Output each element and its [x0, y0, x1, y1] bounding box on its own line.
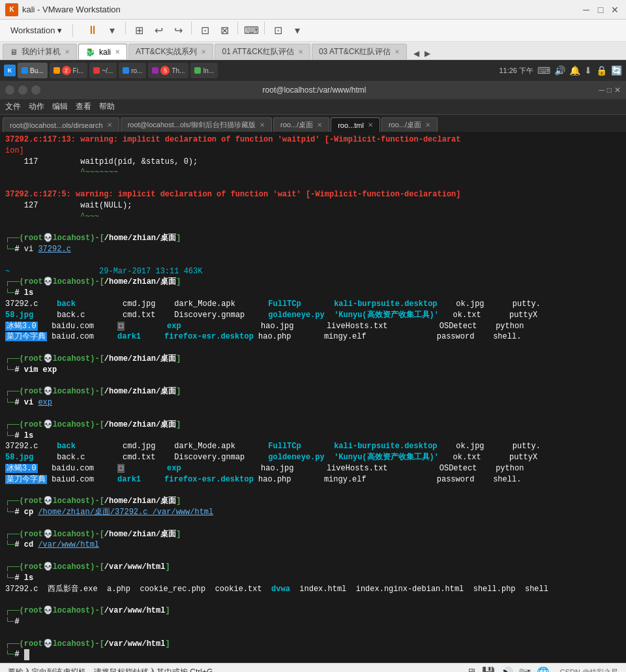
file-date: ~ 29-Mar-2017 13:11 463K	[5, 266, 621, 277]
fullscreen-button[interactable]: ⊡	[196, 22, 214, 40]
browser-tab-th[interactable]: 5 Th...	[148, 63, 188, 78]
files-row-2a: 58.jpg back.c cmd.txt Discovery.gnmap go…	[5, 310, 621, 321]
blank-7	[5, 485, 621, 496]
tab-close-icon[interactable]: ✕	[425, 121, 430, 129]
unity-button[interactable]: ⊠	[215, 22, 233, 40]
blank-5	[5, 376, 621, 387]
audio-icon[interactable]: 🔊	[500, 666, 513, 672]
view-dropdown-button[interactable]: ▾	[288, 22, 306, 40]
tab-attck-series[interactable]: ATT&CK实战系列 ✕	[128, 44, 213, 59]
minimize-button[interactable]: ─	[580, 4, 592, 16]
warning-line-1: 37292.c:117:13: warning: implicit declar…	[5, 134, 621, 145]
vm-tabs-bar: 🖥 我的计算机 ✕ 🐉 kali ✕ ATT&CK实战系列 ✕ 01 ATT&C…	[0, 42, 626, 60]
tab-next-button[interactable]: ▶	[422, 48, 433, 59]
tab-label: root@locahost...ols/御剑后台扫描珍藏版	[128, 120, 256, 130]
prompt-9: ┌──(root💀locahost)-[/var/www/html]	[5, 605, 621, 617]
statusbar-text: 要输入定向到该虚拟机，请将鼠标指针移入其中或按 Ctrl+G。	[8, 667, 466, 672]
terminal-tab-desktop2[interactable]: roo.../桌面 ✕	[381, 117, 438, 132]
tab-close-icon[interactable]: ✕	[368, 121, 373, 129]
terminal-tab-desktop1[interactable]: roo.../桌面 ✕	[273, 117, 329, 132]
vmware-titlebar: K kali - VMware Workstation ─ □ ✕	[0, 0, 626, 20]
terminal-minimize-button[interactable]	[5, 85, 14, 95]
prompt-1: ┌──(root💀locahost)-[/home/zhian/桌面]	[5, 233, 621, 244]
menu-help[interactable]: 帮助	[99, 101, 115, 112]
terminal-maximize-button[interactable]	[18, 85, 27, 95]
view-button[interactable]: ⊡	[269, 22, 287, 40]
browser-tab-bu[interactable]: Bu...	[18, 63, 48, 78]
dropdown-arrow-icon: ▾	[57, 25, 62, 35]
tab-close-icon[interactable]: ✕	[317, 121, 322, 129]
refresh-icon: 🔄	[611, 65, 622, 76]
tab-label: kali	[99, 48, 111, 57]
browser-tab-home[interactable]: ~/...	[89, 63, 117, 78]
files-row-4a: 菜刀今字典 baiud.com dark1 firefox-esr.deskto…	[5, 331, 621, 343]
tab-close-icon[interactable]: ✕	[260, 121, 265, 129]
code-caret-2: ^~~~	[5, 211, 621, 222]
code-line-127: 127 wait(NULL);	[5, 200, 621, 211]
network-icon[interactable]: 🌐	[537, 666, 550, 672]
tab-close-icon[interactable]: ✕	[107, 121, 112, 129]
pause-button[interactable]: ⏸	[83, 22, 102, 40]
storage-icon[interactable]: 💾	[482, 666, 495, 672]
terminal-tab-html[interactable]: roo...tml ✕	[331, 117, 380, 132]
tab-close-icon[interactable]: ✕	[65, 48, 70, 55]
tab-attck-03[interactable]: 03 ATT&CK红队评估 ✕	[312, 44, 407, 59]
browser-tab-in[interactable]: In...	[190, 63, 218, 78]
tab-close-icon[interactable]: ✕	[115, 48, 120, 55]
workstation-menu-button[interactable]: Workstation ▾	[5, 23, 67, 38]
volume-icon: 🔊	[554, 65, 565, 76]
terminal-tab-dirsearch[interactable]: root@locahost...ols/dirsearch ✕	[3, 117, 119, 132]
tab-navigation: ◀ ▶	[411, 48, 433, 59]
terminal-min-btn[interactable]: ─	[599, 85, 604, 95]
files-row-3a: 冰蝎3.0 baidu.com □ exp hao.jpg liveHosts.…	[5, 321, 621, 332]
tab-kali[interactable]: 🐉 kali ✕	[78, 44, 127, 59]
sep4	[237, 22, 238, 35]
browser-tab-fi[interactable]: 2 Fi...	[50, 63, 88, 78]
power-dropdown-button[interactable]: ▾	[103, 22, 121, 40]
files-html-dir: 37292.c 西瓜影音.exe a.php cookie_rec.php co…	[5, 584, 621, 595]
snapshot-status-icon[interactable]: 📷	[518, 666, 531, 672]
notification-badge: 2	[62, 66, 71, 75]
files-row-3b: 冰蝎3.0 baidu.com □ exp hao.jpg liveHosts.…	[5, 463, 621, 474]
browser-tab-ro[interactable]: ro...	[119, 63, 146, 78]
cmd-cursor[interactable]: └─#	[5, 649, 621, 660]
terminal-content[interactable]: 37292.c:117:13: warning: implicit declar…	[0, 132, 626, 663]
cmd-vi-exp: └─# vi exp	[5, 397, 621, 408]
blank-3	[5, 255, 621, 266]
menu-view[interactable]: 查看	[76, 101, 91, 112]
tab-label: ro...	[131, 67, 142, 74]
menu-action[interactable]: 动作	[29, 101, 44, 112]
cmd-cd: └─# cd /var/www/html	[5, 540, 621, 551]
system-clock: 11:26 下午 ⌨ 🔊 🔔 ⬇ 🔒 🔄	[499, 65, 622, 76]
menu-edit[interactable]: 编辑	[52, 101, 68, 112]
lock-icon: 🔒	[596, 65, 607, 76]
snapshot-button[interactable]: ⊞	[130, 22, 148, 40]
kali-fav-icon: K	[4, 65, 16, 76]
send-ctrl-alt-button[interactable]: ⌨	[242, 22, 260, 40]
terminal-max-btn[interactable]: □	[607, 85, 612, 95]
maximize-button[interactable]: □	[595, 4, 606, 16]
display-icon[interactable]: 🖥	[466, 667, 477, 672]
tab-attck-01[interactable]: 01 ATT&CK红队评估 ✕	[215, 44, 310, 59]
files-row-1b: 37292.c back cmd.jpg dark_Mode.apk FullT…	[5, 441, 621, 452]
tab-prev-button[interactable]: ◀	[411, 48, 422, 59]
prompt-6: ┌──(root💀locahost)-[/home/zhian/桌面]	[5, 496, 621, 507]
revert-button[interactable]: ↩	[149, 22, 168, 40]
terminal-close-button[interactable]	[31, 85, 40, 95]
terminal-close-btn[interactable]: ✕	[614, 85, 621, 95]
menu-file[interactable]: 文件	[5, 101, 21, 112]
workstation-label: Workstation	[10, 25, 55, 35]
tab-favicon	[194, 67, 201, 74]
tab-close-icon[interactable]: ✕	[298, 48, 303, 55]
tab-my-computer[interactable]: 🖥 我的计算机 ✕	[3, 44, 77, 59]
sep3	[191, 22, 192, 35]
tab-close-icon[interactable]: ✕	[395, 48, 400, 55]
tab-close-icon[interactable]: ✕	[201, 48, 206, 55]
tab-label: 03 ATT&CK红队评估	[319, 46, 391, 57]
close-button[interactable]: ✕	[609, 4, 621, 16]
blank-1	[5, 178, 621, 189]
tab-label: roo.../桌面	[389, 120, 421, 130]
restore-button[interactable]: ↪	[169, 22, 187, 40]
vmware-window-title: kali - VMware Workstation	[22, 5, 580, 14]
terminal-tab-yujian[interactable]: root@locahost...ols/御剑后台扫描珍藏版 ✕	[121, 117, 272, 132]
